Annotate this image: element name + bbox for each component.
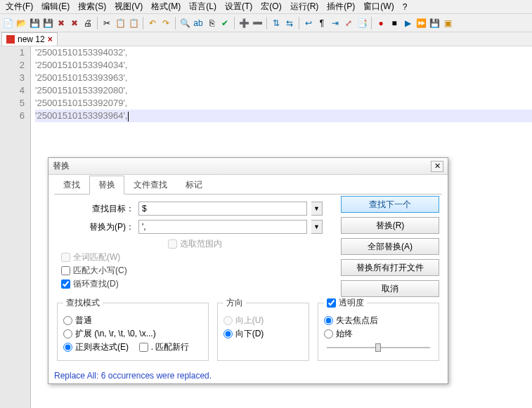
mode-regex-label: 正则表达式(E)	[75, 341, 129, 353]
goto-icon[interactable]: ⎘	[205, 17, 218, 29]
indent-icon[interactable]: ⇥	[329, 17, 342, 29]
menu-edit[interactable]: 编辑(E)	[37, 0, 74, 14]
tab-close-icon[interactable]: ×	[48, 34, 53, 44]
wholeword-label: 全词匹配(W)	[73, 251, 120, 263]
transparency-checkbox[interactable]	[327, 298, 336, 308]
toolbar-separator	[143, 17, 143, 29]
replace-button[interactable]: 替换(R)	[341, 217, 439, 234]
direction-group: 方向 向上(U) 向下(D)	[217, 297, 309, 361]
code-text: '25001510153392079',	[35, 98, 128, 108]
tab-replace[interactable]: 替换	[89, 176, 124, 195]
toolbar-separator	[371, 17, 372, 29]
replace-with-input[interactable]	[138, 220, 307, 234]
run-macro-icon[interactable]: ▣	[441, 17, 454, 29]
replace-all-button[interactable]: 全部替换(A)	[341, 238, 439, 255]
mode-ext-radio[interactable]	[63, 329, 72, 338]
dir-down-radio[interactable]	[223, 329, 233, 338]
mode-regex-radio[interactable]	[63, 343, 72, 352]
tab-mark[interactable]: 标记	[176, 176, 212, 195]
menu-plugins[interactable]: 插件(P)	[323, 0, 359, 14]
code-text: '25001510153393963',	[35, 72, 128, 83]
dot-newline-label: . 匹配新行	[151, 341, 190, 353]
dir-up-label: 向上(U)	[235, 315, 264, 327]
transparency-slider[interactable]	[324, 341, 433, 354]
close-all-icon[interactable]: ✖	[68, 17, 81, 29]
wrap-label: 循环查找(D)	[73, 278, 119, 290]
mode-normal-label: 普通	[75, 315, 92, 327]
text-caret	[128, 112, 129, 121]
find-icon[interactable]: 🔍	[179, 17, 191, 29]
cancel-button[interactable]: 取消	[341, 280, 439, 297]
slider-thumb[interactable]	[375, 343, 381, 352]
menu-language[interactable]: 语言(L)	[185, 0, 221, 14]
zoom-in-icon[interactable]: ➕	[238, 17, 250, 29]
save-icon[interactable]: 💾	[28, 17, 41, 29]
tab-find[interactable]: 查找	[54, 176, 89, 195]
matchcase-checkbox[interactable]	[61, 266, 70, 275]
cut-icon[interactable]: ✂	[100, 17, 113, 29]
menu-search[interactable]: 搜索(S)	[74, 0, 110, 14]
doc-map-icon[interactable]: 📑	[356, 17, 368, 29]
fold-icon[interactable]: ⤢	[342, 17, 355, 29]
dot-newline-checkbox[interactable]	[139, 343, 148, 352]
dialog-close-button[interactable]: ✕	[431, 161, 443, 172]
menu-file[interactable]: 文件(F)	[1, 0, 37, 14]
code-text: '25001510153392080',	[35, 85, 128, 96]
menu-macro[interactable]: 宏(O)	[257, 0, 285, 14]
redo-icon[interactable]: ↷	[160, 17, 172, 29]
menu-bar: 文件(F) 编辑(E) 搜索(S) 视图(V) 格式(M) 语言(L) 设置(T…	[0, 0, 532, 14]
menu-view[interactable]: 视图(V)	[110, 0, 147, 14]
tab-title: new 12	[18, 34, 45, 44]
menu-settings[interactable]: 设置(T)	[221, 0, 257, 14]
replace-icon[interactable]: ab	[192, 17, 205, 29]
copy-icon[interactable]: 📋	[114, 17, 126, 29]
new-file-icon[interactable]: 📄	[1, 17, 14, 29]
save-macro-icon[interactable]: 💾	[428, 17, 441, 29]
line-number: 1	[0, 46, 25, 59]
wordwrap-icon[interactable]: ↩	[302, 17, 315, 29]
code-text: '25001510153394034',	[35, 60, 128, 70]
document-tab[interactable]: new 12 ×	[1, 32, 58, 46]
dialog-titlebar[interactable]: 替换 ✕	[48, 158, 448, 175]
toolbar-separator	[175, 17, 176, 29]
replace-dropdown-icon[interactable]: ▼	[311, 220, 323, 234]
dir-up-radio	[223, 316, 233, 325]
close-icon[interactable]: ✖	[55, 17, 67, 29]
label-find-target: 查找目标：	[57, 203, 134, 215]
print-icon[interactable]: 🖨	[82, 17, 94, 29]
save-all-icon[interactable]: 💾	[41, 17, 54, 29]
replace-all-open-button[interactable]: 替换所有打开文件	[341, 259, 439, 276]
paste-icon[interactable]: 📋	[127, 17, 140, 29]
sync-v-icon[interactable]: ⇅	[270, 17, 283, 29]
stop-icon[interactable]: ■	[388, 17, 401, 29]
sync-h-icon[interactable]: ⇆	[283, 17, 296, 29]
menu-help[interactable]: ?	[398, 1, 412, 13]
trans-always-radio[interactable]	[324, 329, 333, 338]
menu-window[interactable]: 窗口(W)	[359, 0, 398, 14]
line-number: 5	[0, 97, 25, 110]
code-text: '25001510153394032',	[35, 47, 128, 58]
line-gutter: 1 2 3 4 5 6	[0, 46, 31, 408]
wrap-checkbox[interactable]	[61, 279, 70, 289]
undo-icon[interactable]: ↶	[146, 17, 159, 29]
trans-onlose-label: 失去焦点后	[336, 315, 378, 327]
mark-icon[interactable]: ✔	[219, 17, 231, 29]
mode-normal-radio[interactable]	[63, 316, 72, 325]
menu-format[interactable]: 格式(M)	[147, 0, 185, 14]
zoom-out-icon[interactable]: ➖	[251, 17, 264, 29]
menu-run[interactable]: 运行(R)	[286, 0, 323, 14]
play-icon[interactable]: ▶	[401, 17, 414, 29]
find-dropdown-icon[interactable]: ▼	[311, 202, 323, 216]
open-file-icon[interactable]: 📂	[15, 17, 27, 29]
dialog-button-column: 查找下一个 替换(R) 全部替换(A) 替换所有打开文件 取消	[341, 196, 439, 297]
allchars-icon[interactable]: ¶	[316, 17, 328, 29]
find-target-input[interactable]	[138, 202, 307, 216]
direction-legend: 方向	[223, 297, 246, 309]
trans-always-label: 始终	[336, 328, 353, 340]
record-icon[interactable]: ●	[375, 17, 387, 29]
play-multi-icon[interactable]: ⏩	[415, 17, 427, 29]
tab-findfiles[interactable]: 文件查找	[124, 176, 176, 195]
search-mode-legend: 查找模式	[63, 297, 103, 309]
find-next-button[interactable]: 查找下一个	[341, 196, 439, 213]
trans-onlose-radio[interactable]	[324, 316, 333, 325]
